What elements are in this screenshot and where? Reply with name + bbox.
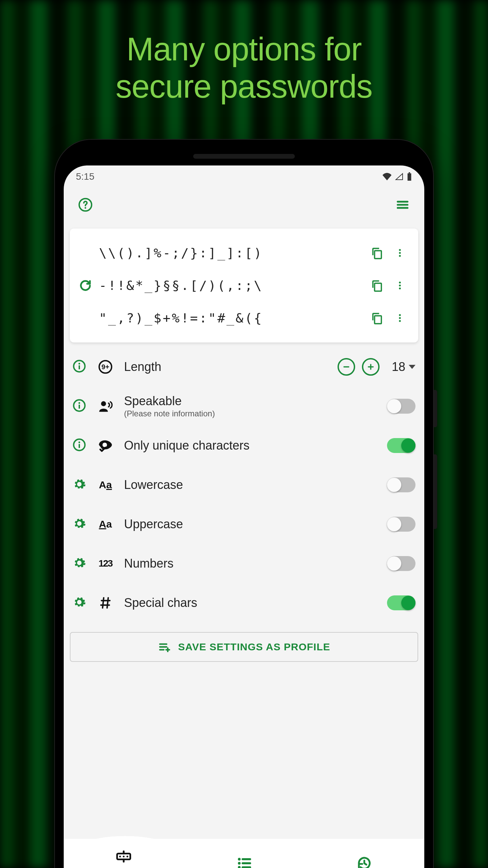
svg-point-36 (238, 866, 241, 868)
svg-rect-1 (409, 172, 410, 173)
svg-point-32 (78, 600, 81, 604)
gear-icon[interactable] (73, 595, 87, 610)
numbers-icon: 123 (97, 555, 114, 572)
svg-rect-4 (374, 251, 381, 258)
svg-point-3 (85, 207, 86, 209)
hash-icon (97, 594, 114, 611)
svg-point-31 (78, 561, 81, 565)
option-length: 9+ Length 18 (70, 347, 418, 387)
promo-headline: Many options for secure passwords (0, 31, 488, 105)
option-special: Special chars (70, 583, 418, 623)
headline-line-1: Many options for (0, 31, 488, 68)
status-time: 5:15 (76, 171, 95, 182)
svg-point-29 (78, 482, 81, 486)
svg-rect-12 (374, 316, 381, 323)
svg-point-15 (399, 320, 401, 322)
nav-profiles[interactable] (236, 855, 252, 868)
length-value-dropdown[interactable]: 18 (392, 360, 415, 374)
option-label: Lowercase (124, 478, 384, 492)
save-profile-label: SAVE SETTINGS AS PROFILE (178, 641, 330, 653)
svg-rect-8 (374, 283, 381, 291)
battery-icon (407, 172, 412, 181)
status-bar: 5:15 (64, 165, 424, 188)
svg-rect-27 (79, 444, 80, 448)
more-button[interactable] (390, 276, 409, 295)
option-label: Special chars (124, 596, 384, 610)
playlist-add-icon (158, 640, 171, 654)
phone-speaker (193, 154, 295, 159)
copy-button[interactable] (367, 276, 386, 295)
svg-point-17 (79, 363, 80, 364)
svg-rect-0 (408, 173, 411, 181)
svg-point-9 (399, 282, 401, 284)
svg-point-5 (399, 249, 401, 251)
regenerate-button[interactable] (76, 276, 95, 295)
svg-point-6 (399, 252, 401, 254)
svg-point-28 (102, 442, 107, 447)
svg-rect-23 (79, 405, 80, 409)
more-button[interactable] (390, 309, 409, 328)
nav-history[interactable] (356, 855, 372, 868)
svg-point-24 (101, 401, 106, 406)
svg-point-7 (399, 255, 401, 257)
option-speakable: Speakable (Please note information) (70, 387, 418, 426)
info-icon[interactable] (73, 359, 87, 374)
option-label: Length (124, 360, 335, 374)
length-increase-button[interactable] (362, 358, 380, 376)
unique-switch[interactable] (387, 438, 415, 453)
phone-screen: 5:15 (64, 165, 424, 868)
chevron-down-icon (409, 365, 415, 369)
special-switch[interactable] (387, 595, 415, 610)
app-bar (64, 188, 424, 222)
phone-side-button-2 (434, 454, 437, 529)
svg-point-22 (79, 402, 80, 404)
unique-icon (97, 437, 114, 454)
option-numbers: 123 Numbers (70, 544, 418, 583)
more-button[interactable] (390, 243, 409, 262)
length-value: 18 (392, 360, 405, 374)
uppercase-icon: Aa (97, 516, 114, 533)
password-row: \\().]%-;/}:]_]:[) (76, 237, 412, 269)
info-icon[interactable] (73, 399, 87, 414)
option-label: Only unique characters (124, 438, 384, 453)
option-sublabel: (Please note information) (124, 409, 384, 418)
phone-side-button-1 (434, 390, 437, 427)
cell-signal-icon (395, 173, 403, 180)
svg-point-26 (79, 441, 80, 443)
svg-point-10 (399, 284, 401, 287)
svg-point-34 (238, 858, 241, 861)
save-profile-button[interactable]: SAVE SETTINGS AS PROFILE (70, 632, 418, 662)
help-button[interactable] (76, 195, 95, 214)
copy-button[interactable] (367, 309, 386, 328)
options-list: 9+ Length 18 (64, 342, 424, 623)
nav-passwords[interactable]: Passwords (101, 848, 147, 868)
option-uppercase: Aa Uppercase (70, 505, 418, 544)
menu-button[interactable] (393, 195, 412, 214)
password-text: -!!&*_}§§.[/)(,:;\ (99, 278, 366, 293)
svg-point-35 (238, 862, 241, 865)
option-label: Uppercase (124, 517, 384, 531)
password-row: -!!&*_}§§.[/)(,:;\ (76, 269, 412, 302)
svg-rect-18 (79, 366, 80, 370)
gear-icon[interactable] (73, 477, 87, 492)
info-icon[interactable] (73, 438, 87, 453)
password-text: \\().]%-;/}:]_]:[) (99, 245, 366, 260)
gear-icon[interactable] (73, 517, 87, 532)
copy-button[interactable] (367, 243, 386, 262)
option-label: Numbers (124, 556, 384, 571)
length-decrease-button[interactable] (338, 358, 355, 376)
svg-point-11 (399, 288, 401, 290)
bottom-nav: Passwords (64, 839, 424, 868)
length-icon: 9+ (97, 358, 114, 375)
password-row: "_,?)_$+%!=:"#_&({ (76, 302, 412, 334)
lowercase-switch[interactable] (387, 477, 415, 492)
option-lowercase: Aa Lowercase (70, 465, 418, 505)
wifi-icon (382, 173, 392, 180)
speakable-switch[interactable] (387, 399, 415, 414)
option-unique: Only unique characters (70, 426, 418, 465)
gear-icon[interactable] (73, 556, 87, 571)
uppercase-switch[interactable] (387, 517, 415, 532)
numbers-switch[interactable] (387, 556, 415, 571)
password-text: "_,?)_$+%!=:"#_&({ (99, 311, 366, 326)
headline-line-2: secure passwords (0, 68, 488, 105)
